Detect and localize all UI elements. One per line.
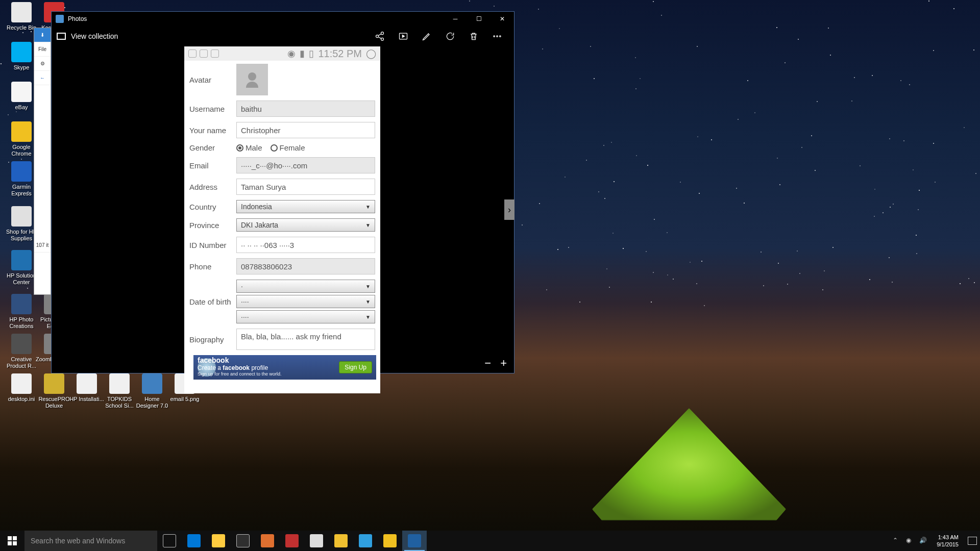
taskbar-app-app-clock[interactable] [353,531,378,551]
app-icon [11,373,32,394]
idm-file-menu[interactable]: File [34,42,51,57]
idm-back-button[interactable]: ← [34,71,51,85]
facebook-logo: facebook [198,356,229,364]
system-tray: ⌃ ◉ 🔊 1:43 AM 9/1/2015 [893,531,980,551]
zoom-out-button[interactable]: − [484,357,491,370]
gender-label: Gender [189,143,236,152]
status-icon [200,49,208,58]
app-icon [11,334,32,354]
zoom-in-button[interactable]: + [500,357,507,370]
notification-icon: ◯ [366,48,376,59]
app-icon [11,121,32,142]
gender-male-radio[interactable]: Male [236,143,262,152]
idnumber-label: ID Number [189,241,236,249]
volume-tray-icon[interactable]: 🔊 [919,537,927,545]
next-photo-button[interactable]: › [504,199,514,220]
taskbar-app-app-orange[interactable] [255,531,280,551]
photos-title: Photos [68,15,87,22]
taskbar-app-chrome[interactable] [378,531,402,551]
idm-toolbar-icon: ⚙ [34,57,51,71]
province-select[interactable]: DKI Jakarta [236,218,375,232]
email-field[interactable]: ·····_c···@ho····.com [236,157,375,173]
window-minimize-button[interactable]: ─ [444,12,467,26]
photos-titlebar[interactable]: Photos ─ ☐ ✕ [52,12,514,26]
tray-chevron-icon[interactable]: ⌃ [893,537,901,545]
taskbar-app-file-explorer[interactable] [206,531,231,551]
chrome-icon [383,534,397,547]
country-select[interactable]: Indonesia [236,200,375,213]
svg-point-0 [381,32,384,35]
app-icon [11,294,32,314]
app-icon [11,2,32,22]
dob-year-select[interactable]: ···· [236,310,375,323]
svg-point-4 [494,36,495,37]
viewed-image: ◉ ▮ ▯ 11:52 PM ◯ Avatar Username baithu [184,46,380,393]
svg-point-5 [497,36,498,37]
photos-icon [408,534,421,547]
rotate-button[interactable] [438,26,462,46]
slideshow-button[interactable] [391,26,415,46]
start-button[interactable] [0,531,24,551]
app-icon [142,373,162,394]
app-icon [77,373,97,394]
username-label: Username [189,105,236,113]
address-field[interactable]: Taman Surya [236,179,375,195]
store-icon [236,534,250,547]
idm-window-sliver[interactable]: ⬇ File ⚙ ← 107 it [34,28,51,295]
wifi-icon: ◉ [287,48,296,59]
svg-point-2 [381,38,384,40]
taskbar-app-edge[interactable] [182,531,206,551]
dob-label: Date of birth [189,297,236,306]
app-icon [11,161,32,182]
country-label: Country [189,203,236,211]
svg-point-1 [376,35,379,38]
idm-download-icon: ⬇ [34,28,51,42]
idnumber-field[interactable]: ·· ·· ·· ··063 ·····3 [236,237,375,253]
avatar-image[interactable] [236,64,268,95]
status-time: 11:52 PM [318,48,362,60]
dob-month-select[interactable]: ···· [236,295,375,308]
taskbar-app-app-yellow[interactable] [329,531,353,551]
app-icon [11,82,32,102]
more-button[interactable] [485,26,509,46]
facebook-banner[interactable]: facebook Create a facebook profile Sign … [193,355,376,380]
yourname-field[interactable]: Christopher [236,122,375,138]
phone-label: Phone [189,262,236,271]
file-explorer-icon [212,534,225,547]
photos-viewport: ◉ ▮ ▯ 11:52 PM ◯ Avatar Username baithu [52,46,514,373]
yourname-label: Your name [189,126,236,135]
photos-app-window: Photos ─ ☐ ✕ View collection ◉ ▮ ▯ [51,11,514,373]
facebook-banner-text: Create a facebook profile Sign up for fr… [198,364,282,377]
window-close-button[interactable]: ✕ [491,12,514,26]
taskbar-app-task-view[interactable] [157,531,182,551]
taskbar-app-app-red[interactable] [280,531,304,551]
window-maximize-button[interactable]: ☐ [467,12,491,26]
taskbar-app-photos[interactable] [402,531,427,551]
photos-app-icon [56,15,64,23]
delete-button[interactable] [462,26,485,46]
taskbar-search[interactable]: Search the web and Windows [24,531,157,551]
app-orange-icon [261,534,274,547]
taskbar-app-store[interactable] [231,531,255,551]
taskbar: Search the web and Windows ⌃ ◉ 🔊 1:43 AM… [0,531,980,551]
battery-icon: ▯ [309,48,314,59]
edit-button[interactable] [415,26,438,46]
app-icon [44,373,64,394]
svg-point-6 [500,36,501,37]
wifi-tray-icon[interactable]: ◉ [906,537,914,545]
taskbar-clock[interactable]: 1:43 AM 9/1/2015 [933,534,963,548]
taskbar-app-calculator[interactable] [304,531,329,551]
address-label: Address [189,183,236,191]
facebook-signup-button[interactable]: Sign Up [339,361,372,373]
avatar-label: Avatar [189,76,236,84]
dob-day-select[interactable]: · [236,280,375,293]
bio-field[interactable]: Bla, bla, bla...... ask my friend [236,329,375,350]
bio-label: Biography [189,335,236,344]
phone-field[interactable]: 087883806023 [236,258,375,274]
username-field[interactable]: baithu [236,101,375,117]
action-center-icon[interactable] [968,537,977,545]
province-label: Province [189,221,236,230]
gender-female-radio[interactable]: Female [271,143,305,152]
share-button[interactable] [368,26,391,46]
view-collection-link[interactable]: View collection [71,32,118,40]
